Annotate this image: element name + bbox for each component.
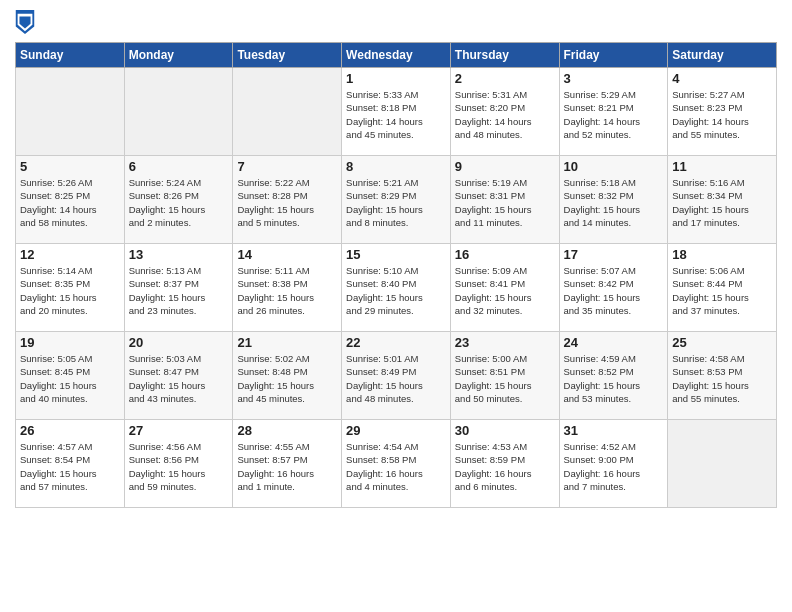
- day-info: Sunrise: 5:13 AM Sunset: 8:37 PM Dayligh…: [129, 264, 229, 317]
- weekday-header: Monday: [124, 43, 233, 68]
- calendar-cell: 26Sunrise: 4:57 AM Sunset: 8:54 PM Dayli…: [16, 420, 125, 508]
- day-number: 31: [564, 423, 664, 438]
- day-info: Sunrise: 5:21 AM Sunset: 8:29 PM Dayligh…: [346, 176, 446, 229]
- calendar-cell: 12Sunrise: 5:14 AM Sunset: 8:35 PM Dayli…: [16, 244, 125, 332]
- day-number: 17: [564, 247, 664, 262]
- calendar-table: SundayMondayTuesdayWednesdayThursdayFrid…: [15, 42, 777, 508]
- calendar-cell: 13Sunrise: 5:13 AM Sunset: 8:37 PM Dayli…: [124, 244, 233, 332]
- calendar-week-row: 12Sunrise: 5:14 AM Sunset: 8:35 PM Dayli…: [16, 244, 777, 332]
- day-number: 30: [455, 423, 555, 438]
- calendar-cell: 28Sunrise: 4:55 AM Sunset: 8:57 PM Dayli…: [233, 420, 342, 508]
- weekday-header: Tuesday: [233, 43, 342, 68]
- calendar-cell: [124, 68, 233, 156]
- weekday-header-row: SundayMondayTuesdayWednesdayThursdayFrid…: [16, 43, 777, 68]
- day-number: 12: [20, 247, 120, 262]
- day-info: Sunrise: 5:29 AM Sunset: 8:21 PM Dayligh…: [564, 88, 664, 141]
- day-info: Sunrise: 5:33 AM Sunset: 8:18 PM Dayligh…: [346, 88, 446, 141]
- day-info: Sunrise: 5:14 AM Sunset: 8:35 PM Dayligh…: [20, 264, 120, 317]
- day-info: Sunrise: 5:05 AM Sunset: 8:45 PM Dayligh…: [20, 352, 120, 405]
- day-info: Sunrise: 5:06 AM Sunset: 8:44 PM Dayligh…: [672, 264, 772, 317]
- day-info: Sunrise: 5:26 AM Sunset: 8:25 PM Dayligh…: [20, 176, 120, 229]
- day-number: 8: [346, 159, 446, 174]
- day-number: 9: [455, 159, 555, 174]
- calendar-cell: 24Sunrise: 4:59 AM Sunset: 8:52 PM Dayli…: [559, 332, 668, 420]
- calendar-week-row: 26Sunrise: 4:57 AM Sunset: 8:54 PM Dayli…: [16, 420, 777, 508]
- day-number: 6: [129, 159, 229, 174]
- calendar-cell: 21Sunrise: 5:02 AM Sunset: 8:48 PM Dayli…: [233, 332, 342, 420]
- calendar-cell: 2Sunrise: 5:31 AM Sunset: 8:20 PM Daylig…: [450, 68, 559, 156]
- day-number: 14: [237, 247, 337, 262]
- calendar-cell: 8Sunrise: 5:21 AM Sunset: 8:29 PM Daylig…: [342, 156, 451, 244]
- day-info: Sunrise: 4:53 AM Sunset: 8:59 PM Dayligh…: [455, 440, 555, 493]
- day-number: 28: [237, 423, 337, 438]
- calendar-cell: [16, 68, 125, 156]
- calendar-cell: 6Sunrise: 5:24 AM Sunset: 8:26 PM Daylig…: [124, 156, 233, 244]
- calendar-cell: 19Sunrise: 5:05 AM Sunset: 8:45 PM Dayli…: [16, 332, 125, 420]
- calendar-cell: 18Sunrise: 5:06 AM Sunset: 8:44 PM Dayli…: [668, 244, 777, 332]
- calendar-cell: 14Sunrise: 5:11 AM Sunset: 8:38 PM Dayli…: [233, 244, 342, 332]
- day-info: Sunrise: 5:07 AM Sunset: 8:42 PM Dayligh…: [564, 264, 664, 317]
- day-info: Sunrise: 5:11 AM Sunset: 8:38 PM Dayligh…: [237, 264, 337, 317]
- calendar-cell: 29Sunrise: 4:54 AM Sunset: 8:58 PM Dayli…: [342, 420, 451, 508]
- day-number: 15: [346, 247, 446, 262]
- calendar-cell: [668, 420, 777, 508]
- weekday-header: Thursday: [450, 43, 559, 68]
- calendar-cell: 11Sunrise: 5:16 AM Sunset: 8:34 PM Dayli…: [668, 156, 777, 244]
- calendar-cell: 15Sunrise: 5:10 AM Sunset: 8:40 PM Dayli…: [342, 244, 451, 332]
- day-number: 20: [129, 335, 229, 350]
- calendar-cell: 3Sunrise: 5:29 AM Sunset: 8:21 PM Daylig…: [559, 68, 668, 156]
- day-number: 22: [346, 335, 446, 350]
- calendar-week-row: 5Sunrise: 5:26 AM Sunset: 8:25 PM Daylig…: [16, 156, 777, 244]
- day-info: Sunrise: 4:59 AM Sunset: 8:52 PM Dayligh…: [564, 352, 664, 405]
- day-info: Sunrise: 5:22 AM Sunset: 8:28 PM Dayligh…: [237, 176, 337, 229]
- calendar-cell: [233, 68, 342, 156]
- calendar-cell: 5Sunrise: 5:26 AM Sunset: 8:25 PM Daylig…: [16, 156, 125, 244]
- day-number: 26: [20, 423, 120, 438]
- day-number: 2: [455, 71, 555, 86]
- logo-icon: [15, 10, 35, 34]
- calendar-page: SundayMondayTuesdayWednesdayThursdayFrid…: [0, 0, 792, 518]
- calendar-cell: 27Sunrise: 4:56 AM Sunset: 8:56 PM Dayli…: [124, 420, 233, 508]
- calendar-cell: 20Sunrise: 5:03 AM Sunset: 8:47 PM Dayli…: [124, 332, 233, 420]
- day-number: 1: [346, 71, 446, 86]
- calendar-cell: 7Sunrise: 5:22 AM Sunset: 8:28 PM Daylig…: [233, 156, 342, 244]
- day-info: Sunrise: 5:31 AM Sunset: 8:20 PM Dayligh…: [455, 88, 555, 141]
- day-number: 21: [237, 335, 337, 350]
- calendar-cell: 9Sunrise: 5:19 AM Sunset: 8:31 PM Daylig…: [450, 156, 559, 244]
- day-number: 4: [672, 71, 772, 86]
- calendar-cell: 30Sunrise: 4:53 AM Sunset: 8:59 PM Dayli…: [450, 420, 559, 508]
- day-info: Sunrise: 5:10 AM Sunset: 8:40 PM Dayligh…: [346, 264, 446, 317]
- day-number: 5: [20, 159, 120, 174]
- page-header: [15, 10, 777, 34]
- day-info: Sunrise: 4:54 AM Sunset: 8:58 PM Dayligh…: [346, 440, 446, 493]
- day-info: Sunrise: 5:03 AM Sunset: 8:47 PM Dayligh…: [129, 352, 229, 405]
- logo: [15, 10, 39, 34]
- weekday-header: Friday: [559, 43, 668, 68]
- calendar-cell: 31Sunrise: 4:52 AM Sunset: 9:00 PM Dayli…: [559, 420, 668, 508]
- day-info: Sunrise: 4:56 AM Sunset: 8:56 PM Dayligh…: [129, 440, 229, 493]
- calendar-week-row: 1Sunrise: 5:33 AM Sunset: 8:18 PM Daylig…: [16, 68, 777, 156]
- day-info: Sunrise: 5:24 AM Sunset: 8:26 PM Dayligh…: [129, 176, 229, 229]
- day-number: 27: [129, 423, 229, 438]
- day-number: 13: [129, 247, 229, 262]
- day-info: Sunrise: 5:01 AM Sunset: 8:49 PM Dayligh…: [346, 352, 446, 405]
- calendar-cell: 23Sunrise: 5:00 AM Sunset: 8:51 PM Dayli…: [450, 332, 559, 420]
- weekday-header: Wednesday: [342, 43, 451, 68]
- day-number: 18: [672, 247, 772, 262]
- calendar-cell: 4Sunrise: 5:27 AM Sunset: 8:23 PM Daylig…: [668, 68, 777, 156]
- day-info: Sunrise: 5:27 AM Sunset: 8:23 PM Dayligh…: [672, 88, 772, 141]
- day-info: Sunrise: 4:58 AM Sunset: 8:53 PM Dayligh…: [672, 352, 772, 405]
- day-number: 24: [564, 335, 664, 350]
- day-info: Sunrise: 5:09 AM Sunset: 8:41 PM Dayligh…: [455, 264, 555, 317]
- day-number: 29: [346, 423, 446, 438]
- calendar-week-row: 19Sunrise: 5:05 AM Sunset: 8:45 PM Dayli…: [16, 332, 777, 420]
- day-number: 23: [455, 335, 555, 350]
- day-info: Sunrise: 5:19 AM Sunset: 8:31 PM Dayligh…: [455, 176, 555, 229]
- day-info: Sunrise: 4:55 AM Sunset: 8:57 PM Dayligh…: [237, 440, 337, 493]
- day-number: 10: [564, 159, 664, 174]
- day-number: 19: [20, 335, 120, 350]
- day-number: 16: [455, 247, 555, 262]
- day-number: 3: [564, 71, 664, 86]
- day-info: Sunrise: 5:00 AM Sunset: 8:51 PM Dayligh…: [455, 352, 555, 405]
- day-info: Sunrise: 5:02 AM Sunset: 8:48 PM Dayligh…: [237, 352, 337, 405]
